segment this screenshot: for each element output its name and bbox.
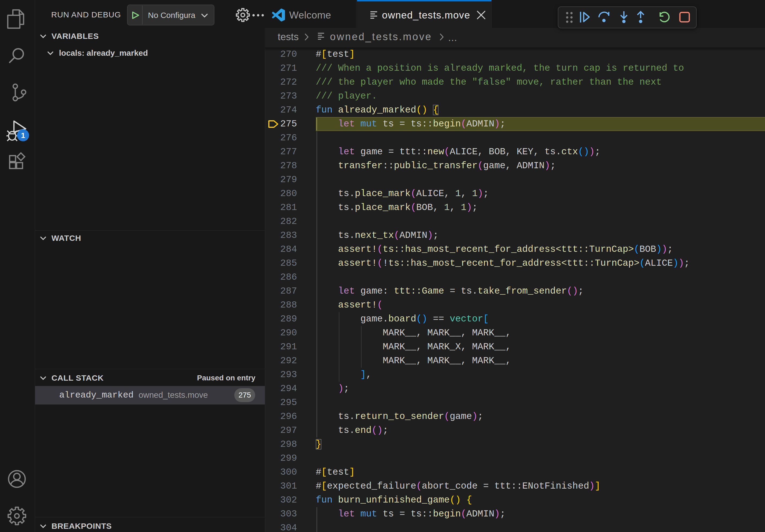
svg-text:1: 1 — [21, 131, 25, 139]
